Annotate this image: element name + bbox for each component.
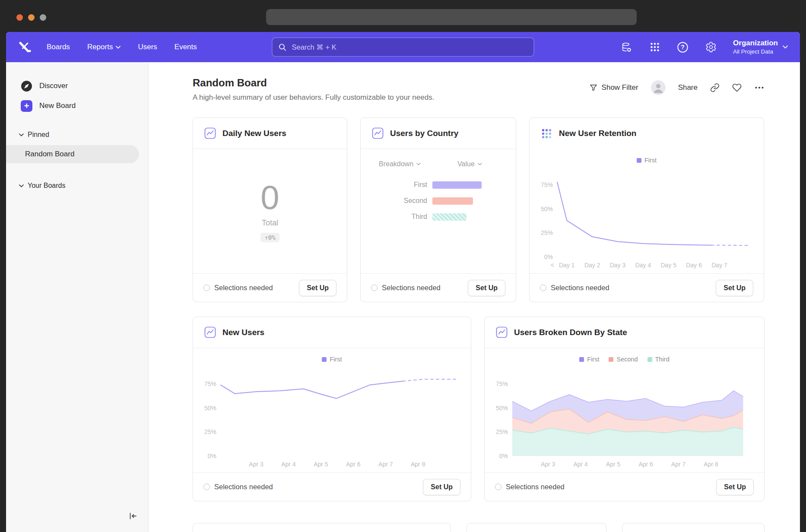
status-label: Selections needed (382, 284, 441, 292)
sidebar-item-random-board[interactable]: Random Board (6, 145, 139, 163)
line-chart-icon (204, 127, 216, 139)
avatar[interactable] (651, 80, 666, 95)
legend-swatch (647, 357, 652, 362)
metric-value: 0 (260, 180, 279, 214)
legend-swatch (609, 357, 613, 362)
setup-button[interactable]: Set Up (423, 479, 460, 495)
card-daily-new-users: Daily New Users 0 Total ↑0% Selections (193, 117, 347, 302)
chevron-down-icon (783, 45, 788, 49)
chart-legend: First (530, 156, 764, 165)
window-zoom-button[interactable] (40, 14, 46, 21)
nav-item-label: Reports (87, 43, 113, 51)
retention-chart: 75%50%25%0%<Day 1Day 2Day 3Day 4Day 5Day… (533, 165, 758, 272)
sidebar-collapse-icon[interactable] (128, 511, 138, 522)
breakdown-label: First (361, 181, 432, 189)
svg-text:Apr 6: Apr 6 (638, 461, 653, 468)
svg-text:0%: 0% (499, 453, 508, 459)
setup-button[interactable]: Set Up (716, 479, 754, 495)
nav-item-label: Boards (47, 43, 70, 51)
nav-item-reports[interactable]: Reports (87, 43, 121, 51)
legend-item: First (579, 356, 599, 363)
favorite-heart-icon[interactable] (732, 83, 742, 92)
sidebar-item-new-board[interactable]: + New Board (6, 96, 148, 116)
chevron-down-icon (19, 184, 24, 187)
settings-gear-icon[interactable] (705, 41, 717, 53)
card-title: New User Retention (559, 129, 636, 138)
status-label: Selections needed (214, 483, 273, 491)
search-input[interactable] (291, 43, 528, 52)
sidebar-section-your-boards[interactable]: Your Boards (6, 178, 148, 193)
card-header: New Users (193, 317, 471, 348)
discover-compass-icon (21, 80, 32, 92)
chevron-down-icon (478, 163, 482, 165)
help-icon[interactable]: ? (677, 41, 689, 53)
sidebar: Discover + New Board Pinned Random Board (6, 62, 149, 532)
main-content: Random Board A high-level summary of use… (149, 62, 800, 532)
breakdown-dropdown[interactable]: Breakdown (379, 160, 421, 168)
sidebar-item-label: New Board (39, 101, 76, 110)
breakdown-row: First (361, 181, 516, 189)
show-filter-button[interactable]: Show Filter (589, 83, 638, 92)
svg-text:25%: 25% (496, 428, 508, 435)
card-status: Selections needed (203, 284, 273, 292)
chevron-down-icon (116, 46, 121, 49)
svg-text:75%: 75% (204, 380, 216, 387)
window-close-button[interactable] (16, 14, 23, 21)
legend-item: First (637, 157, 657, 164)
page-subtitle: A high-level summary of user behaviors. … (193, 93, 434, 102)
sidebar-item-label: Discover (39, 82, 68, 90)
show-filter-label: Show Filter (602, 83, 638, 92)
browser-address-bar[interactable] (266, 9, 637, 25)
legend-swatch (637, 158, 641, 163)
nav-items: Boards Reports Users Events (47, 43, 197, 51)
top-nav: Boards Reports Users Events (6, 32, 800, 62)
mixpanel-logo[interactable] (18, 41, 32, 53)
setup-button[interactable]: Set Up (299, 280, 336, 296)
line-chart-icon (372, 127, 384, 139)
share-button[interactable]: Share (678, 83, 698, 92)
card-header: Users Broken Down By State (485, 317, 764, 348)
svg-text:Apr 6: Apr 6 (346, 461, 361, 468)
card-status: Selections needed (540, 284, 609, 292)
nav-item-events[interactable]: Events (175, 43, 197, 51)
svg-text:Apr 8: Apr 8 (704, 461, 718, 468)
card-header: Active Users (622, 523, 764, 532)
breakdown-label: Second (361, 197, 432, 205)
sidebar-section-pinned[interactable]: Pinned (6, 127, 148, 142)
svg-text:0%: 0% (208, 453, 216, 459)
line-chart-icon (204, 326, 216, 338)
org-switcher[interactable]: Organization All Project Data (733, 39, 788, 55)
board-label: Random Board (25, 150, 74, 158)
svg-text:50%: 50% (541, 206, 553, 212)
window-minimize-button[interactable] (28, 14, 35, 21)
card-status: Selections needed (203, 483, 273, 491)
breakdown-label: Third (361, 213, 432, 221)
svg-text:25%: 25% (541, 229, 553, 236)
data-management-icon[interactable] (621, 41, 632, 53)
card-insights-report: Insights Report (466, 523, 606, 532)
nav-right: ? Organization All Project Data (621, 39, 788, 55)
chevron-down-icon (416, 163, 421, 165)
global-search[interactable] (272, 38, 534, 57)
card-new-users: New Users First 75%50%25%0%Apr 3Apr 4Apr… (193, 317, 471, 501)
nav-item-boards[interactable]: Boards (47, 43, 70, 51)
svg-text:Day 7: Day 7 (711, 262, 727, 269)
chart-legend: FirstSecondThird (485, 355, 764, 364)
copy-link-icon[interactable] (710, 83, 720, 92)
more-options-icon[interactable] (754, 82, 765, 93)
value-dropdown[interactable]: Value (457, 160, 482, 168)
plus-icon: + (21, 100, 32, 112)
nav-item-label: Events (175, 43, 197, 51)
setup-button[interactable]: Set Up (468, 280, 505, 296)
legend-item: First (322, 356, 342, 363)
nav-item-label: Users (138, 43, 157, 51)
sidebar-item-discover[interactable]: Discover (6, 76, 148, 96)
setup-button[interactable]: Set Up (716, 280, 753, 296)
window-controls (16, 14, 46, 21)
apps-grid-icon[interactable] (649, 41, 660, 53)
card-header: Stacked Line Graph (193, 523, 451, 532)
nav-item-users[interactable]: Users (138, 43, 157, 51)
breakdown-row: Third (361, 213, 516, 221)
radio-circle-icon (203, 285, 210, 291)
status-label: Selections needed (551, 284, 609, 292)
